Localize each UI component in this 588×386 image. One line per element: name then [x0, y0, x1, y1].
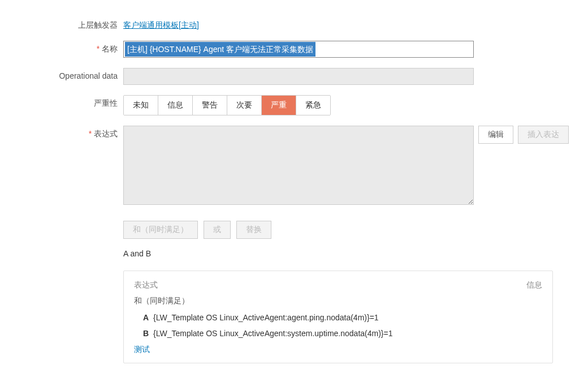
expression-panel-header-right: 信息	[526, 280, 542, 290]
parent-trigger-link[interactable]: 客户端通用模板[主动]	[123, 17, 199, 31]
expression-item-b-tag: B	[143, 329, 149, 338]
edit-button[interactable]: 编辑	[478, 126, 513, 144]
operational-data-input[interactable]	[123, 68, 474, 85]
expression-panel-and-label: 和（同时满足）	[134, 296, 542, 306]
expression-item-a: A {LW_Template OS Linux_ActiveAgent:agen…	[134, 313, 542, 322]
expression-textarea[interactable]	[123, 126, 474, 205]
parent-trigger-label: 上层触发器	[0, 17, 123, 31]
expression-item-b-text: {LW_Template OS Linux_ActiveAgent:system…	[153, 329, 392, 338]
and-button[interactable]: 和（同时满足）	[123, 221, 198, 239]
expression-label: 表达式	[0, 126, 123, 139]
severity-label: 严重性	[0, 95, 123, 109]
severity-option-warning[interactable]: 警告	[193, 96, 227, 115]
severity-option-minor[interactable]: 次要	[227, 96, 262, 115]
severity-option-severe[interactable]: 严重	[262, 96, 296, 115]
expression-summary: A and B	[123, 249, 587, 258]
expression-item-b: B {LW_Template OS Linux_ActiveAgent:syst…	[134, 329, 542, 338]
expression-item-a-tag: A	[143, 313, 149, 322]
operational-data-label: Operational data	[0, 68, 123, 80]
replace-button[interactable]: 替换	[236, 221, 271, 239]
severity-group: 未知 信息 警告 次要 严重 紧急	[123, 95, 331, 115]
name-input[interactable]: [主机] {HOST.NAME} Agent 客户端无法正常采集数据	[123, 41, 474, 58]
severity-option-critical[interactable]: 紧急	[296, 96, 330, 115]
name-input-text: [主机] {HOST.NAME} Agent 客户端无法正常采集数据	[125, 42, 315, 57]
or-button[interactable]: 或	[204, 221, 231, 239]
insert-expression-button[interactable]: 插入表达	[518, 126, 569, 144]
severity-option-info[interactable]: 信息	[158, 96, 193, 115]
expression-panel: 表达式 信息 和（同时满足） A {LW_Template OS Linux_A…	[123, 271, 553, 363]
test-link[interactable]: 测试	[134, 345, 150, 354]
expression-item-a-text: {LW_Template OS Linux_ActiveAgent:agent.…	[153, 313, 379, 322]
name-label: 名称	[0, 41, 123, 54]
expression-panel-header-left: 表达式	[134, 280, 158, 290]
severity-option-unknown[interactable]: 未知	[124, 96, 158, 115]
